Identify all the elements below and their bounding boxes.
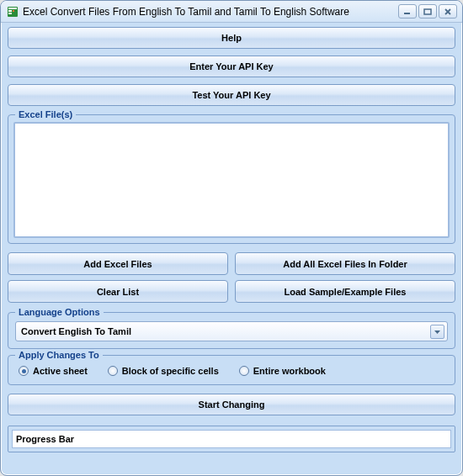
help-button[interactable]: Help: [8, 27, 455, 49]
dropdown-arrow-button[interactable]: [430, 325, 444, 339]
excel-files-listbox[interactable]: [13, 122, 450, 238]
svg-rect-4: [8, 13, 12, 14]
maximize-button[interactable]: [418, 4, 437, 19]
load-sample-label: Load Sample/Example Files: [285, 287, 407, 297]
test-api-key-button[interactable]: Test Your API Key: [8, 84, 455, 106]
test-api-key-label: Test Your API Key: [192, 90, 270, 100]
help-button-label: Help: [221, 33, 242, 43]
radio-entire-workbook[interactable]: Entire workbook: [239, 366, 326, 376]
add-folder-label: Add All Excel Files In Folder: [283, 259, 407, 269]
language-options-fieldset: Language Options Convert English To Tami…: [8, 312, 455, 349]
window-content: Help Enter Your API Key Test Your API Ke…: [1, 23, 462, 459]
add-excel-files-button[interactable]: Add Excel Files: [8, 252, 228, 275]
radio-active-sheet-label: Active sheet: [33, 366, 88, 376]
svg-rect-3: [13, 10, 14, 12]
add-folder-button[interactable]: Add All Excel Files In Folder: [235, 252, 455, 275]
window-title: Excel Convert Files From English To Tami…: [23, 6, 398, 18]
radio-entire-workbook-label: Entire workbook: [253, 366, 326, 376]
radio-icon: [19, 366, 29, 376]
enter-api-key-button[interactable]: Enter Your API Key: [8, 56, 455, 77]
main-window: Excel Convert Files From English To Tami…: [0, 0, 463, 476]
start-changing-label: Start Changing: [199, 399, 265, 410]
language-dropdown[interactable]: Convert English To Tamil: [15, 321, 448, 341]
radio-icon: [239, 366, 249, 376]
file-buttons-grid: Add Excel Files Add All Excel Files In F…: [8, 252, 455, 303]
app-icon: [6, 5, 19, 19]
add-excel-files-label: Add Excel Files: [83, 259, 152, 269]
apply-changes-radio-row: Active sheet Block of specific cells Ent…: [15, 364, 448, 378]
language-options-legend: Language Options: [15, 307, 104, 317]
radio-block-cells-label: Block of specific cells: [122, 366, 219, 376]
close-icon: [444, 8, 452, 15]
progress-wrap: Progress Bar: [8, 426, 455, 452]
clear-list-button[interactable]: Clear List: [8, 280, 228, 303]
chevron-down-icon: [434, 331, 440, 334]
excel-files-legend: Excel File(s): [15, 109, 76, 119]
start-changing-button[interactable]: Start Changing: [8, 394, 455, 415]
maximize-icon: [423, 8, 432, 15]
close-button[interactable]: [439, 4, 457, 19]
minimize-button[interactable]: [398, 4, 417, 19]
svg-rect-1: [8, 8, 17, 9]
window-controls: [398, 4, 457, 19]
apply-changes-legend: Apply Changes To: [15, 350, 103, 360]
titlebar: Excel Convert Files From English To Tami…: [1, 1, 462, 23]
radio-block-cells[interactable]: Block of specific cells: [108, 366, 219, 376]
minimize-icon: [403, 8, 412, 15]
progress-bar: Progress Bar: [12, 430, 451, 448]
progress-bar-label: Progress Bar: [16, 434, 74, 444]
radio-icon: [108, 366, 118, 376]
enter-api-key-label: Enter Your API Key: [189, 61, 273, 71]
svg-rect-6: [424, 9, 431, 14]
language-dropdown-value: Convert English To Tamil: [21, 326, 131, 336]
load-sample-button[interactable]: Load Sample/Example Files: [235, 280, 455, 303]
excel-files-group: Excel File(s): [8, 114, 455, 244]
svg-rect-2: [8, 10, 12, 12]
clear-list-label: Clear List: [97, 287, 139, 297]
svg-rect-5: [404, 13, 410, 14]
radio-active-sheet[interactable]: Active sheet: [19, 366, 88, 376]
apply-changes-fieldset: Apply Changes To Active sheet Block of s…: [8, 355, 455, 385]
